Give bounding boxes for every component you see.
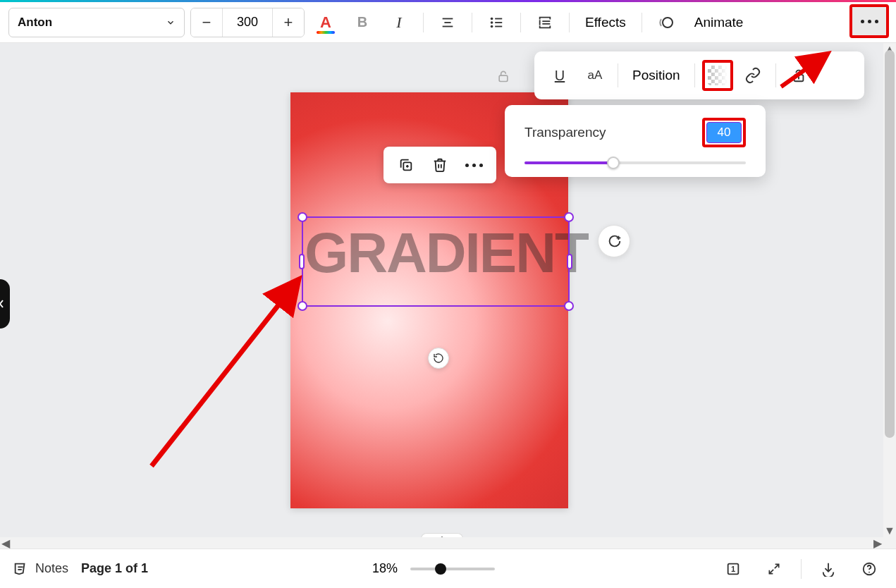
align-button[interactable] [432, 7, 463, 38]
font-size-increase-button[interactable]: + [273, 8, 304, 37]
motion-icon [658, 14, 675, 31]
svg-point-5 [491, 25, 493, 27]
font-family-select[interactable]: Anton [8, 8, 185, 37]
link-button[interactable] [737, 60, 768, 91]
duplicate-icon [398, 157, 414, 173]
resize-handle-bottom-right[interactable] [564, 301, 574, 311]
spacing-button[interactable] [529, 7, 560, 38]
notes-label: Notes [35, 561, 68, 576]
svg-point-3 [491, 17, 493, 20]
transparency-label: Transparency [524, 125, 606, 140]
list-icon [489, 15, 504, 30]
transparency-icon [708, 66, 728, 85]
scroll-down-icon[interactable]: ▼ [883, 525, 896, 537]
zoom-track [410, 568, 495, 570]
scroll-left-icon[interactable]: ◀ [0, 537, 11, 549]
svg-line-27 [775, 564, 779, 568]
more-options-button[interactable] [849, 4, 889, 38]
chevron-left-icon [0, 299, 5, 309]
toolbar-separator [618, 63, 618, 87]
toolbar-separator [520, 13, 521, 32]
grid-view-button[interactable]: 1 [719, 555, 747, 583]
effects-button[interactable]: Effects [578, 7, 633, 38]
font-size-group: − + [190, 8, 305, 37]
rotate-icon [433, 353, 444, 364]
font-family-label: Anton [18, 16, 52, 30]
resize-handle-bottom-left[interactable] [297, 301, 307, 311]
bottom-separator [801, 559, 802, 579]
position-button[interactable]: Position [625, 60, 687, 91]
transparency-value-highlight [702, 118, 746, 147]
download-icon [821, 561, 836, 577]
bottom-bar: Notes Page 1 of 1 18% 1 [0, 549, 896, 588]
bold-button[interactable]: B [347, 7, 378, 38]
toolbar-separator [472, 13, 472, 32]
italic-button[interactable]: I [383, 7, 415, 38]
align-center-icon [440, 15, 455, 30]
lock-element-button[interactable] [783, 60, 814, 91]
text-toolbar: Anton − + A B I Effects Animate [0, 2, 896, 43]
zoom-level[interactable]: 18% [372, 561, 398, 576]
help-icon [861, 561, 877, 577]
transparency-popup: Transparency [505, 105, 766, 177]
fullscreen-button[interactable] [760, 555, 788, 583]
transparency-input[interactable] [706, 122, 742, 143]
horizontal-scrollbar[interactable]: ◀ ▶ [0, 537, 883, 549]
list-button[interactable] [481, 7, 512, 38]
lock-page-button[interactable] [491, 64, 515, 88]
resize-handle-top-left[interactable] [297, 212, 307, 222]
uppercase-button[interactable]: aA [579, 60, 610, 91]
chevron-down-icon [166, 18, 176, 27]
zoom-slider[interactable] [410, 563, 495, 575]
overflow-toolbar: U aA Position [534, 51, 864, 99]
selection-frame [302, 216, 570, 307]
scroll-right-icon[interactable]: ▶ [872, 537, 883, 549]
vertical-scrollbar[interactable]: ▲ ▼ [883, 43, 896, 537]
scrollbar-thumb[interactable] [885, 50, 895, 438]
zoom-thumb[interactable] [435, 563, 446, 575]
notes-button[interactable]: Notes [13, 561, 68, 577]
underline-button[interactable]: U [544, 60, 575, 91]
side-panel-toggle[interactable] [0, 279, 10, 329]
page-indicator[interactable]: Page 1 of 1 [81, 561, 148, 576]
rotate-handle[interactable] [428, 348, 449, 369]
canvas-area[interactable]: U aA Position Transparency [0, 43, 883, 537]
resize-handle-top-right[interactable] [564, 212, 574, 222]
help-button[interactable] [855, 555, 883, 583]
comment-button[interactable] [598, 225, 630, 257]
svg-point-4 [491, 21, 493, 24]
resize-handle-right[interactable] [567, 254, 572, 269]
lock-open-icon [496, 69, 510, 83]
fullscreen-icon [767, 562, 781, 576]
duplicate-button[interactable] [392, 151, 420, 179]
svg-rect-7 [495, 22, 502, 23]
svg-rect-8 [495, 25, 502, 27]
svg-rect-12 [499, 75, 508, 81]
slider-thumb[interactable] [607, 157, 620, 169]
annotation-arrow-to-text [145, 269, 314, 476]
toolbar-separator [694, 63, 695, 87]
toolbar-separator [423, 13, 424, 32]
ellipsis-icon [861, 20, 878, 23]
svg-rect-6 [495, 18, 502, 19]
slider-fill [524, 161, 613, 164]
animate-button[interactable]: Animate [687, 7, 751, 38]
download-button[interactable] [814, 555, 842, 583]
trash-icon [432, 157, 448, 173]
resize-handle-left[interactable] [299, 254, 305, 269]
link-icon [744, 67, 761, 84]
context-more-button[interactable] [460, 151, 488, 179]
comment-plus-icon [606, 233, 622, 249]
collapse-page-tab[interactable] [421, 533, 463, 537]
chevron-up-icon [438, 536, 446, 538]
animate-icon-button[interactable] [651, 7, 682, 38]
font-size-input[interactable] [222, 8, 273, 37]
text-color-button[interactable]: A [310, 7, 341, 38]
transparency-slider[interactable] [524, 154, 746, 171]
color-spectrum-icon [317, 31, 335, 34]
toolbar-separator [569, 13, 570, 32]
transparency-button[interactable] [702, 60, 733, 91]
svg-line-28 [769, 569, 773, 573]
delete-button[interactable] [426, 151, 454, 179]
font-size-decrease-button[interactable]: − [191, 8, 222, 37]
